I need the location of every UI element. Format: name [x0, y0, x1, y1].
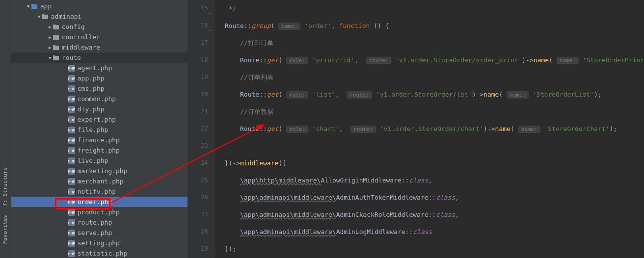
line-number[interactable]: 29−	[188, 240, 208, 258]
svg-text:PHP: PHP	[68, 232, 75, 235]
svg-text:PHP: PHP	[68, 139, 75, 142]
tree-item-cms-php[interactable]: PHPcms.php	[11, 83, 188, 94]
line-number[interactable]: 21	[188, 103, 208, 120]
code-line: Route::get( rule: 'print/:id', route: 'v…	[225, 52, 644, 69]
folder-icon	[53, 34, 59, 40]
tree-item-diy-php[interactable]: PHPdiy.php	[11, 104, 188, 114]
tree-item-route-php[interactable]: PHProute.php	[11, 217, 188, 228]
tree-item-setting-php[interactable]: PHPsetting.php	[11, 238, 188, 248]
folder-icon	[31, 3, 38, 9]
svg-text:PHP: PHP	[68, 201, 75, 204]
tree-arrow[interactable]: ▶	[48, 45, 53, 50]
svg-text:PHP: PHP	[68, 252, 75, 256]
tree-label: controller	[62, 33, 100, 41]
project-tree[interactable]: ▼app▼adminapi▶config▶controller▶middlewa…	[11, 0, 188, 258]
tree-item-adminapi[interactable]: ▼adminapi	[11, 11, 188, 22]
code-view[interactable]: */ Route::group( name: 'order', function…	[215, 0, 644, 258]
structure-tab[interactable]: 7: Structure	[2, 167, 8, 206]
line-number[interactable]: 22	[188, 120, 208, 137]
php-file-icon: PHP	[68, 137, 75, 144]
php-file-icon: PHP	[68, 250, 75, 257]
svg-text:PHP: PHP	[68, 211, 75, 214]
tree-item-freight-php[interactable]: PHPfreight.php	[11, 145, 188, 155]
code-line: //订单列表	[225, 69, 644, 86]
line-number[interactable]: 20	[188, 86, 208, 103]
code-line: //订单数据	[225, 103, 644, 120]
tree-label: common.php	[78, 95, 116, 103]
fold-toggle-icon[interactable]: −	[208, 5, 212, 22]
tree-label: statistic.php	[78, 250, 128, 257]
tree-label: diy.php	[78, 105, 105, 113]
tree-arrow[interactable]: ▶	[48, 25, 53, 29]
line-number[interactable]: 19	[188, 69, 208, 86]
tree-arrow[interactable]: ▶	[48, 35, 53, 40]
favorites-tab[interactable]: Favorites	[2, 215, 8, 244]
fold-toggle-icon[interactable]: −	[208, 245, 212, 258]
svg-text:PHP: PHP	[68, 159, 75, 163]
tree-label: notifv.php	[78, 188, 116, 195]
fold-toggle-icon[interactable]: −	[208, 22, 212, 39]
tree-item-marketing-php[interactable]: PHPmarketing.php	[11, 166, 188, 176]
svg-text:PHP: PHP	[68, 221, 75, 225]
line-number[interactable]: 28	[188, 223, 208, 240]
tree-label: freight.php	[78, 147, 120, 154]
tree-item-middleware[interactable]: ▶middleware	[11, 42, 188, 52]
tree-item-order-php[interactable]: PHPorder.php	[11, 197, 188, 207]
svg-text:PHP: PHP	[68, 149, 75, 153]
tree-label: adminapi	[51, 13, 82, 20]
tree-item-live-php[interactable]: PHPlive.php	[11, 155, 188, 166]
tree-item-controller[interactable]: ▶controller	[11, 32, 188, 42]
line-number[interactable]: 27	[188, 206, 208, 223]
line-number[interactable]: 16−	[188, 17, 208, 34]
tree-label: live.php	[78, 157, 108, 164]
fold-toggle-icon[interactable]: −	[208, 159, 212, 177]
tree-item-notifv-php[interactable]: PHPnotifv.php	[11, 186, 188, 197]
tree-arrow[interactable]: ▼	[48, 55, 53, 60]
svg-text:PHP: PHP	[68, 242, 75, 245]
code-line: */	[225, 0, 644, 17]
tree-label: route.php	[78, 219, 112, 226]
folder-icon	[42, 14, 49, 20]
tree-item-config[interactable]: ▶config	[11, 22, 188, 32]
line-number[interactable]: 26	[188, 189, 208, 206]
php-file-icon: PHP	[68, 106, 75, 113]
tree-item-route[interactable]: ▼route	[11, 52, 188, 63]
line-number-gutter: 15−16−1718192021222324−2526272829−	[188, 0, 215, 258]
code-line: \app\adminapi\middleware\AdminCkeckRoleM…	[225, 206, 644, 223]
editor-area[interactable]: 15−16−1718192021222324−2526272829− */ Ro…	[188, 0, 644, 258]
line-number[interactable]: 25	[188, 172, 208, 189]
tree-item-statistic-php[interactable]: PHPstatistic.php	[11, 248, 188, 258]
line-number[interactable]: 24−	[188, 155, 208, 172]
line-number[interactable]: 23	[188, 137, 208, 155]
svg-text:PHP: PHP	[68, 98, 75, 101]
tree-arrow[interactable]: ▼	[26, 4, 31, 9]
tree-item-agent-php[interactable]: PHPagent.php	[11, 63, 188, 73]
line-number[interactable]: 15−	[188, 0, 208, 17]
tree-label: config	[62, 23, 85, 30]
php-file-icon: PHP	[68, 147, 75, 154]
php-file-icon: PHP	[68, 96, 75, 103]
php-file-icon: PHP	[68, 168, 75, 175]
line-number[interactable]: 17	[188, 34, 208, 52]
tree-item-product-php[interactable]: PHPproduct.php	[11, 207, 188, 217]
tree-item-merchant-php[interactable]: PHPmerchant.php	[11, 176, 188, 186]
svg-text:PHP: PHP	[68, 77, 75, 80]
line-number[interactable]: 18	[188, 52, 208, 69]
tree-item-app-php[interactable]: PHPapp.php	[11, 73, 188, 83]
php-file-icon: PHP	[68, 178, 75, 185]
php-file-icon: PHP	[68, 230, 75, 236]
tree-arrow[interactable]: ▼	[37, 14, 42, 19]
tree-label: file.php	[78, 126, 108, 133]
tree-item-app[interactable]: ▼app	[11, 1, 188, 11]
tree-label: route	[62, 54, 81, 61]
code-line: \app\http\middleware\AllowOriginMiddlewa…	[225, 172, 644, 189]
php-file-icon: PHP	[68, 116, 75, 123]
tree-item-common-php[interactable]: PHPcommon.php	[11, 94, 188, 104]
svg-text:PHP: PHP	[68, 190, 75, 194]
tree-item-serve-php[interactable]: PHPserve.php	[11, 228, 188, 238]
tree-item-export-php[interactable]: PHPexport.php	[11, 114, 188, 125]
code-line: Route::get( rule: 'chart', route: 'v1.or…	[225, 120, 644, 137]
tree-item-finance-php[interactable]: PHPfinance.php	[11, 135, 188, 145]
tree-item-file-php[interactable]: PHPfile.php	[11, 125, 188, 135]
tree-label: agent.php	[78, 64, 112, 72]
